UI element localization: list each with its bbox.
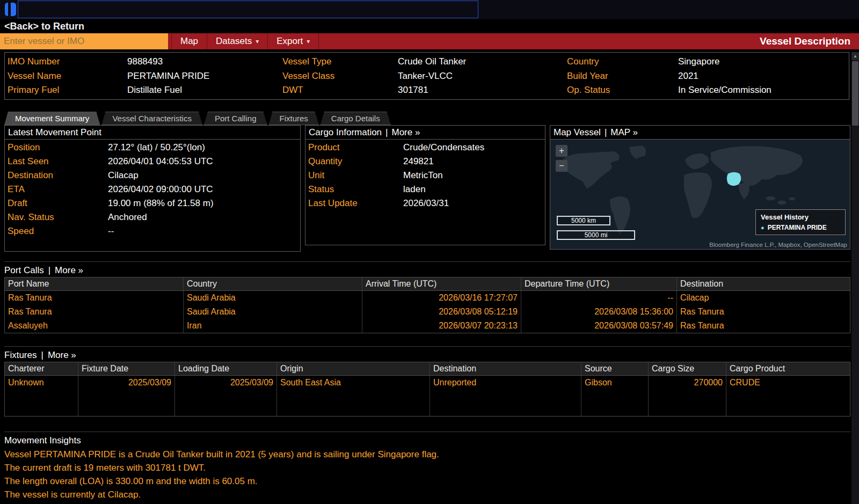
field-value: 2021 — [678, 71, 698, 82]
zoom-in-button[interactable]: + — [556, 145, 567, 157]
section-title: Fixtures — [4, 350, 37, 361]
col-header-country: Country — [184, 277, 362, 290]
tab-port-calling[interactable]: Port Calling — [204, 112, 267, 125]
back-to-return-link[interactable]: <Back> to Return — [0, 19, 859, 33]
col-header-destination: Destination — [677, 277, 850, 290]
port-calls-table-header: Port Name Country Arrival Time (UTC) Dep… — [5, 277, 850, 291]
cell-destination: Ras Tanura — [677, 305, 850, 319]
table-row[interactable]: Assaluyeh Iran 2026/03/07 20:23:13 2026/… — [5, 319, 850, 333]
vessel-position-highlight — [727, 172, 741, 186]
cell-country: Iran — [184, 319, 362, 333]
cell-source: Gibson — [581, 376, 649, 390]
scroll-up-arrow[interactable]: ▲ — [851, 52, 859, 60]
summary-column-3: Country Singapore Build Year 2021 Op. St… — [564, 55, 849, 97]
world-map[interactable]: + − 5000 km 5000 mi Vessel History ● PER… — [550, 140, 850, 249]
tab-fixtures[interactable]: Fixtures — [268, 112, 318, 125]
field-label: Vessel Type — [280, 56, 398, 67]
section-title: Port Calls — [4, 265, 44, 276]
table-row[interactable]: Ras Tanura Saudi Arabia 2026/03/08 05:12… — [5, 305, 850, 319]
map-button[interactable]: Map — [171, 33, 207, 49]
cell-fixture-date: 2025/03/09 — [78, 376, 175, 390]
vessel-summary-panel: IMO Number 9888493 Vessel Name PERTAMINA… — [4, 52, 849, 100]
field-op-status: Op. Status In Service/Commission — [564, 83, 849, 97]
movement-row-speed: Speed -- — [5, 224, 300, 238]
field-dwt: DWT 301781 — [280, 83, 564, 97]
cargo-information-header: Cargo Information | More » — [305, 126, 545, 140]
table-row[interactable]: Unknown 2025/03/09 2025/03/09 South East… — [5, 376, 850, 390]
cell-arrival: 2026/03/16 17:27:07 — [362, 291, 521, 305]
map-attribution: Bloomberg Finance L.P., Mapbox, OpenStre… — [709, 242, 847, 248]
cell-charterer: Unknown — [5, 376, 78, 390]
cell-destination: Ras Tanura — [677, 319, 850, 333]
vessel-dot-icon: ● — [761, 224, 765, 231]
field-value: 301781 — [398, 85, 428, 96]
map-vessel-header: Map Vessel | MAP » — [550, 126, 850, 140]
export-button[interactable]: Export ▾ — [268, 33, 319, 49]
tab-movement-summary[interactable]: Movement Summary — [4, 112, 100, 125]
movement-row-position: Position 27.12° (lat) / 50.25°(lon) — [5, 141, 300, 155]
cell-origin: South East Asia — [277, 376, 430, 390]
terminal-command-input[interactable] — [18, 1, 478, 18]
field-value: Tanker-VLCC — [398, 71, 453, 82]
insight-line: The length overall (LOA) is 330.00 m and… — [4, 474, 850, 488]
cargo-information-panel: Cargo Information | More » Product Crude… — [305, 125, 545, 245]
port-calls-more-link[interactable]: More » — [55, 265, 83, 276]
cell-cargo-size: 270000 — [649, 376, 726, 390]
col-header-fixture-date: Fixture Date — [78, 362, 175, 375]
fixtures-more-link[interactable]: More » — [48, 350, 76, 361]
field-label: Op. Status — [564, 85, 678, 96]
cargo-row-unit: Unit MetricTon — [305, 169, 545, 182]
cell-destination: Unreported — [430, 376, 581, 390]
legend-vessel-name: PERTAMINA PRIDE — [768, 224, 827, 231]
legend-item: ● PERTAMINA PRIDE — [761, 224, 840, 231]
zoom-out-button[interactable]: − — [556, 160, 567, 172]
table-row[interactable]: Ras Tanura Saudi Arabia 2026/03/16 17:27… — [5, 291, 850, 305]
back-to-return-label: <Back> to Return — [4, 21, 84, 32]
fixtures-header: Fixtures | More » — [4, 348, 850, 362]
latest-movement-header: Latest Movement Point — [5, 126, 300, 140]
field-label: Vessel Name — [5, 71, 127, 82]
field-primary-fuel: Primary Fuel Distillate Fuel — [5, 83, 280, 97]
col-header-loading-date: Loading Date — [175, 362, 277, 375]
tab-vessel-characteristics[interactable]: Vessel Characteristics — [101, 112, 202, 125]
tab-cargo-details[interactable]: Cargo Details — [321, 112, 391, 125]
scrollbar-thumb[interactable] — [852, 61, 858, 126]
search-input[interactable] — [0, 33, 168, 49]
cargo-row-last-update: Last Update 2026/03/31 — [305, 196, 545, 210]
field-value: In Service/Commission — [678, 85, 771, 96]
map-more-link[interactable]: MAP » — [610, 127, 638, 138]
field-value: PERTAMINA PRIDE — [127, 71, 209, 82]
col-header-origin: Origin — [277, 362, 430, 375]
field-vessel-name: Vessel Name PERTAMINA PRIDE — [5, 69, 280, 83]
fixtures-section: Fixtures | More » Charterer Fixture Date… — [4, 346, 850, 417]
vertical-scrollbar[interactable]: ▲ — [851, 52, 859, 504]
map-button-label: Map — [180, 36, 198, 47]
summary-column-1: IMO Number 9888493 Vessel Name PERTAMINA… — [5, 55, 280, 97]
field-label: IMO Number — [5, 56, 127, 67]
field-label: Vessel Class — [280, 71, 398, 82]
movement-row-draft: Draft 19.00 m (88% of 21.58 m) — [5, 196, 300, 210]
separator: | — [605, 127, 607, 138]
chevron-down-icon: ▾ — [256, 38, 259, 45]
field-label: Build Year — [564, 71, 678, 82]
fixtures-table-header: Charterer Fixture Date Loading Date Orig… — [5, 362, 850, 376]
cargo-more-link[interactable]: More » — [392, 127, 420, 138]
cell-cargo-product: CRUDE — [726, 376, 850, 390]
col-header-departure-time: Departure Time (UTC) — [521, 277, 677, 290]
col-header-cargo-size: Cargo Size — [649, 362, 726, 375]
cell-country: Saudi Arabia — [184, 291, 362, 305]
vessel-history-legend: Vessel History ● PERTAMINA PRIDE — [755, 209, 846, 235]
col-header-arrival-time: Arrival Time (UTC) — [362, 277, 521, 290]
field-label: Country — [564, 56, 678, 67]
cell-port-name: Assaluyeh — [5, 319, 184, 333]
field-value: Distillate Fuel — [127, 85, 182, 96]
chevron-down-icon: ▾ — [307, 38, 310, 45]
cell-departure: 2026/03/08 15:36:00 — [521, 305, 677, 319]
insight-line: Vessel PERTAMINA PRIDE is a Crude Oil Ta… — [4, 448, 850, 461]
movement-row-nav-status: Nav. Status Anchored — [5, 210, 300, 224]
field-label: Primary Fuel — [5, 85, 127, 96]
datasets-button[interactable]: Datasets ▾ — [207, 33, 268, 49]
function-toolbar: Map Datasets ▾ Export ▾ Vessel Descripti… — [0, 33, 859, 49]
movement-row-destination: Destination Cilacap — [5, 169, 300, 182]
col-header-port-name: Port Name — [5, 277, 184, 290]
